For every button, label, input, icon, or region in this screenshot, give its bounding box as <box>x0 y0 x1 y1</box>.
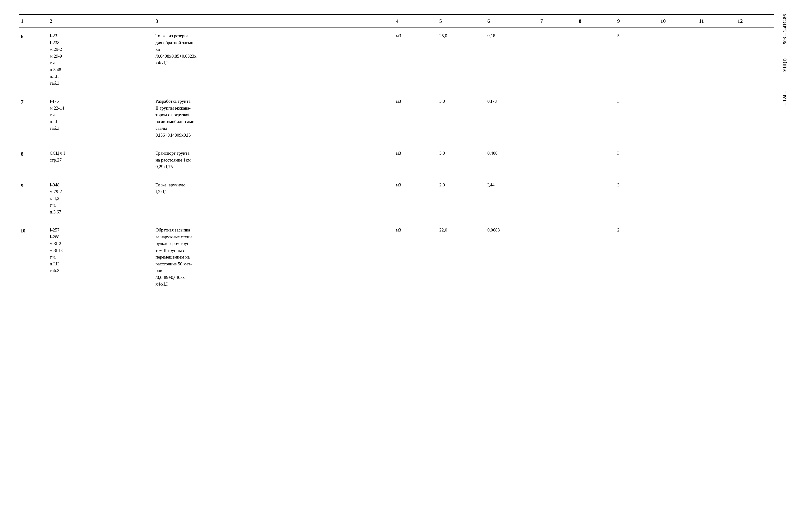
row-4-col4: м3 <box>394 224 437 290</box>
header-col6: 6 <box>485 14 538 28</box>
row-0-col5: 25,0 <box>437 28 485 90</box>
row-0-col9: 5 <box>615 28 658 90</box>
row-4-col12 <box>736 224 774 290</box>
row-0-col12 <box>736 28 774 90</box>
header-col4: 4 <box>394 14 437 28</box>
row-4-col2: I-257 I-268 м.3I-2 м.3I-I3 т.ч. п.I.II т… <box>48 224 154 290</box>
row-2-col1: 8 <box>19 147 48 173</box>
header-col8: 8 <box>577 14 615 28</box>
row-0-col6: 0,18 <box>485 28 538 90</box>
row-3-col9: 3 <box>615 179 658 218</box>
row-0-col10 <box>658 28 697 90</box>
row-3-col8 <box>577 179 615 218</box>
row-4-col3: Обратная засыпка за наружные стены бульд… <box>154 224 394 290</box>
row-4-col1: I0 <box>19 224 48 290</box>
row-4-col5: 22,0 <box>437 224 485 290</box>
header-col1: 1 <box>19 14 48 28</box>
row-4-col11 <box>697 224 736 290</box>
right-label-3: – 124 – <box>782 91 787 105</box>
row-1-col8 <box>577 95 615 141</box>
row-1-col7 <box>538 95 577 141</box>
spacer-row <box>19 173 774 179</box>
row-0-col11 <box>697 28 736 90</box>
row-4-col9: 2 <box>615 224 658 290</box>
header-col10: 10 <box>658 14 697 28</box>
row-2-col9: I <box>615 147 658 173</box>
row-3-col12 <box>736 179 774 218</box>
row-2-col11 <box>697 147 736 173</box>
row-0-col7 <box>538 28 577 90</box>
row-3-col3: То же, вручную I,2хI,2 <box>154 179 394 218</box>
header-col2: 2 <box>48 14 154 28</box>
header-col11: 11 <box>697 14 736 28</box>
row-3-col4: м3 <box>394 179 437 218</box>
row-1-col4: м3 <box>394 95 437 141</box>
row-1-col12 <box>736 95 774 141</box>
row-2-col2: ССЦ ч.I стр.27 <box>48 147 154 173</box>
row-2-col8 <box>577 147 615 173</box>
header-col3: 3 <box>154 14 394 28</box>
table-row: 7I-I75 м.22-14 т.ч. п.I.II таб.3Разработ… <box>19 95 774 141</box>
header-col5: 5 <box>437 14 485 28</box>
row-3-col1: 9 <box>19 179 48 218</box>
row-3-col11 <box>697 179 736 218</box>
spacer-row <box>19 218 774 224</box>
row-4-col8 <box>577 224 615 290</box>
row-1-col11 <box>697 95 736 141</box>
spacer-row <box>19 141 774 147</box>
row-2-col7 <box>538 147 577 173</box>
spacer-row <box>19 89 774 95</box>
row-0-col3: То же, из резерва для обратной засып- ки… <box>154 28 394 90</box>
row-1-col10 <box>658 95 697 141</box>
row-4-col10 <box>658 224 697 290</box>
row-2-col10 <box>658 147 697 173</box>
header-col9: 9 <box>615 14 658 28</box>
row-1-col9: I <box>615 95 658 141</box>
row-1-col5: 3,0 <box>437 95 485 141</box>
table-row: 6I-23I I-238 м.29-2 м.29-9 т.ч. п.3.48 п… <box>19 28 774 90</box>
right-margin: 503 – 1-41С.86 УШ(I) – 124 – <box>774 14 793 290</box>
row-2-col12 <box>736 147 774 173</box>
row-4-col6: 0,0683 <box>485 224 538 290</box>
right-label-1: 503 – 1-41С.86 <box>782 14 787 44</box>
row-0-col8 <box>577 28 615 90</box>
row-4-col7 <box>538 224 577 290</box>
table-row: I0I-257 I-268 м.3I-2 м.3I-I3 т.ч. п.I.II… <box>19 224 774 290</box>
header-col12: 12 <box>736 14 774 28</box>
row-1-col3: Разработка грунта II группы экскава- тор… <box>154 95 394 141</box>
table-row: 8ССЦ ч.I стр.27Транспорт грунта на расст… <box>19 147 774 173</box>
row-1-col1: 7 <box>19 95 48 141</box>
row-2-col3: Транспорт грунта на расстояние 1км 0,29х… <box>154 147 394 173</box>
header-col7: 7 <box>538 14 577 28</box>
row-2-col6: 0,406 <box>485 147 538 173</box>
row-3-col7 <box>538 179 577 218</box>
row-0-col2: I-23I I-238 м.29-2 м.29-9 т.ч. п.3.48 п.… <box>48 28 154 90</box>
row-3-col5: 2,0 <box>437 179 485 218</box>
row-3-col2: I-948 м.79-2 к=I,2 т.ч. п.3.67 <box>48 179 154 218</box>
row-3-col10 <box>658 179 697 218</box>
row-0-col1: 6 <box>19 28 48 90</box>
row-3-col6: I,44 <box>485 179 538 218</box>
right-label-2: УШ(I) <box>782 58 787 72</box>
row-2-col4: м3 <box>394 147 437 173</box>
row-2-col5: 3,0 <box>437 147 485 173</box>
row-1-col6: 0,I78 <box>485 95 538 141</box>
table-row: 9I-948 м.79-2 к=I,2 т.ч. п.3.67То же, вр… <box>19 179 774 218</box>
row-1-col2: I-I75 м.22-14 т.ч. п.I.II таб.3 <box>48 95 154 141</box>
row-0-col4: м3 <box>394 28 437 90</box>
